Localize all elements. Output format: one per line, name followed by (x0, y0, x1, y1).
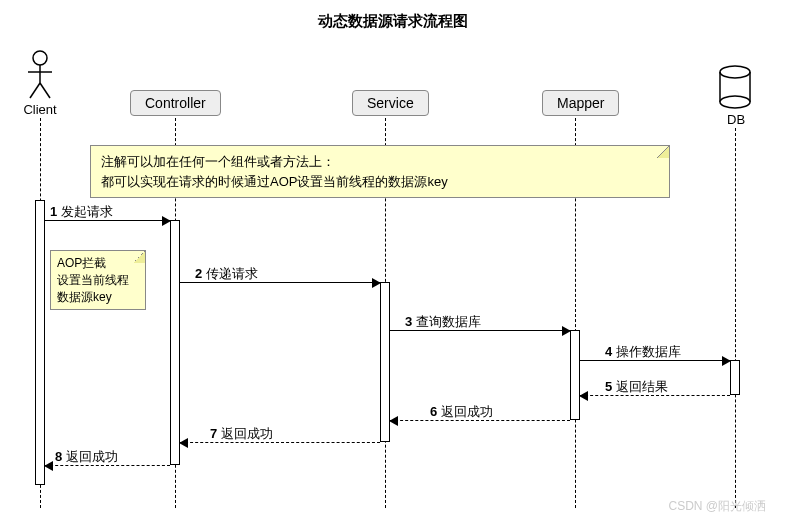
svg-line-3 (30, 83, 40, 98)
activation-client (35, 200, 45, 485)
watermark: CSDN @阳光倾洒 (668, 498, 766, 515)
db-icon (718, 65, 752, 112)
db-label: DB (727, 112, 745, 127)
note-main-line1: 注解可以加在任何一个组件或者方法上： (101, 152, 659, 172)
svg-point-8 (720, 96, 750, 108)
note-aop: AOP拦截 设置当前线程 数据源key (50, 250, 146, 310)
msg-m4: 4 操作数据库 (605, 343, 681, 361)
lifeline-mapper: Mapper (542, 90, 619, 116)
msg-m7: 7 返回成功 (210, 425, 273, 443)
note-main-line2: 都可以实现在请求的时候通过AOP设置当前线程的数据源key (101, 172, 659, 192)
msg-m8: 8 返回成功 (55, 448, 118, 466)
note-aop-line2: 设置当前线程 (57, 272, 139, 289)
msg-m6: 6 返回成功 (430, 403, 493, 421)
msg-m5: 5 返回结果 (605, 378, 668, 396)
note-main: 注解可以加在任何一个组件或者方法上： 都可以实现在请求的时候通过AOP设置当前线… (90, 145, 670, 198)
svg-line-4 (40, 83, 50, 98)
diagram-title: 动态数据源请求流程图 (318, 12, 468, 31)
msg-m3: 3 查询数据库 (405, 313, 481, 331)
msg-m2: 2 传递请求 (195, 265, 258, 283)
lifeline-controller: Controller (130, 90, 221, 116)
msg-m1: 1 发起请求 (50, 203, 113, 221)
lifeline-db-line (735, 128, 736, 508)
actor-client: Client (20, 50, 60, 117)
note-fold-icon (657, 146, 669, 158)
lifeline-service: Service (352, 90, 429, 116)
note-fold-icon (133, 251, 145, 263)
svg-point-5 (720, 66, 750, 78)
svg-point-0 (33, 51, 47, 65)
activation-controller (170, 220, 180, 465)
note-aop-line1: AOP拦截 (57, 255, 139, 272)
stickman-icon (25, 50, 55, 100)
note-aop-line3: 数据源key (57, 289, 139, 306)
client-label: Client (20, 102, 60, 117)
activation-db (730, 360, 740, 395)
activation-mapper (570, 330, 580, 420)
